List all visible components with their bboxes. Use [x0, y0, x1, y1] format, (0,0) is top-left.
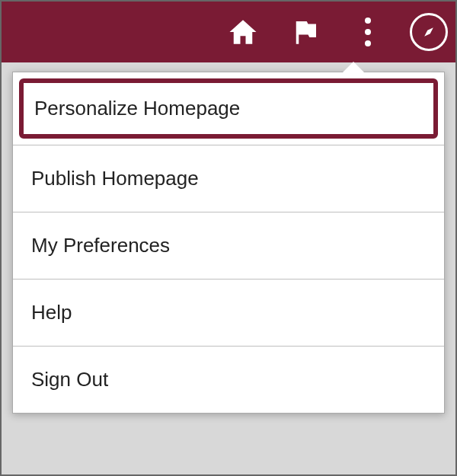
actions-dropdown: Personalize Homepage Publish Homepage My… — [12, 72, 445, 414]
menu-item-help[interactable]: Help — [13, 280, 444, 347]
app-frame: Personalize Homepage Publish Homepage My… — [0, 0, 457, 476]
kebab-dot-icon — [365, 40, 371, 46]
header-bar — [2, 2, 455, 62]
menu-item-publish-homepage[interactable]: Publish Homepage — [13, 145, 444, 212]
menu-item-my-preferences[interactable]: My Preferences — [13, 212, 444, 280]
notifications-button[interactable] — [285, 11, 326, 53]
kebab-dot-icon — [365, 18, 371, 24]
kebab-dot-icon — [365, 29, 371, 35]
menu-item-personalize-homepage[interactable]: Personalize Homepage — [19, 78, 438, 139]
nav-compass-button[interactable] — [410, 13, 448, 51]
home-button[interactable] — [222, 11, 264, 53]
menu-item-wrap: Personalize Homepage — [13, 72, 444, 145]
flag-icon — [289, 16, 321, 48]
home-icon — [227, 16, 259, 48]
menu-item-sign-out[interactable]: Sign Out — [13, 347, 444, 413]
actions-menu-button[interactable] — [347, 11, 388, 53]
compass-icon — [418, 21, 439, 43]
